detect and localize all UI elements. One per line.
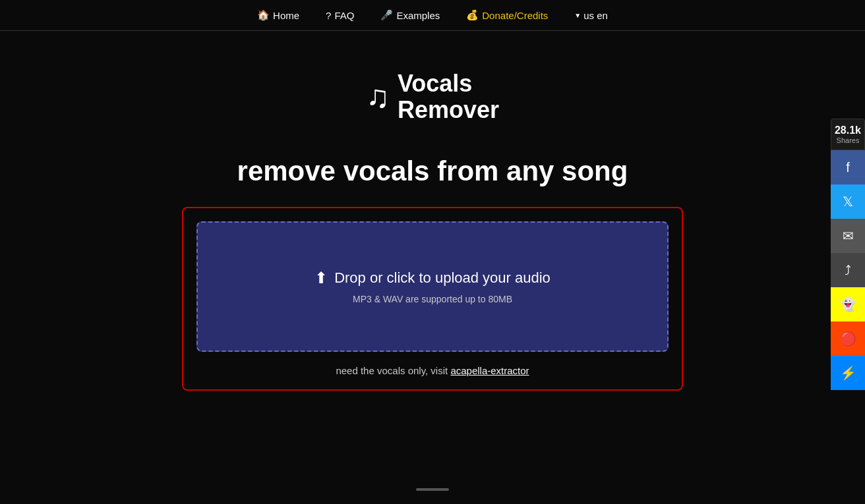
nav-home-label: Home: [273, 10, 299, 21]
facebook-icon: f: [846, 160, 850, 175]
share-sidebar: 28.1k Shares f 𝕏 ✉ ⤴ 👻 🔴 ⚡: [831, 119, 865, 390]
faq-icon: ?: [326, 10, 331, 21]
nav-faq[interactable]: ? FAQ: [326, 10, 354, 21]
acapella-prefix: need the vocals only, visit: [336, 365, 450, 376]
snapchat-share-button[interactable]: 👻: [831, 287, 865, 322]
nav-donate-label: Donate/Credits: [482, 10, 548, 21]
logo-line1: Vocals: [398, 70, 499, 97]
upload-outer-container: ⬆ Drop or click to upload your audio MP3…: [182, 207, 683, 391]
logo-music-icon: ♫: [366, 78, 390, 115]
coin-icon: 💰: [466, 9, 479, 21]
share-icon: ⤴: [845, 263, 851, 278]
home-icon: 🏠: [257, 9, 270, 21]
scroll-indicator: [416, 488, 449, 491]
messenger-icon: ⚡: [840, 365, 856, 381]
share-count-box: 28.1k Shares: [831, 119, 865, 150]
twitter-icon: 𝕏: [843, 194, 853, 210]
share-count-label: Shares: [834, 136, 862, 144]
nav-faq-label: FAQ: [334, 10, 354, 21]
nav-donate[interactable]: 💰 Donate/Credits: [466, 9, 548, 21]
reddit-icon: 🔴: [840, 331, 856, 347]
main-headline: remove vocals from any song: [237, 155, 628, 187]
email-icon: ✉: [843, 228, 854, 244]
snapchat-icon: 👻: [840, 296, 856, 312]
email-share-button[interactable]: ✉: [831, 219, 865, 253]
arrow-down-icon: ▼: [574, 12, 581, 19]
acapella-text: need the vocals only, visit acapella-ext…: [196, 365, 669, 376]
main-navigation: 🏠 Home ? FAQ 🎤 Examples 💰 Donate/Credits…: [0, 0, 865, 31]
nav-examples-label: Examples: [396, 10, 440, 21]
messenger-share-button[interactable]: ⚡: [831, 356, 865, 390]
facebook-share-button[interactable]: f: [831, 150, 865, 184]
mic-icon: 🎤: [380, 9, 393, 21]
logo-text: Vocals Remover: [398, 70, 499, 123]
upload-main-text-container: ⬆ Drop or click to upload your audio: [314, 269, 551, 287]
upload-main-label: Drop or click to upload your audio: [334, 269, 551, 287]
reddit-share-button[interactable]: 🔴: [831, 322, 865, 356]
main-content: ♫ Vocals Remover remove vocals from any …: [0, 31, 865, 391]
upload-sub-text: MP3 & WAV are supported up to 80MB: [353, 294, 512, 304]
share-count-number: 28.1k: [834, 125, 862, 136]
twitter-share-button[interactable]: 𝕏: [831, 184, 865, 219]
upload-icon: ⬆: [314, 269, 328, 287]
generic-share-button[interactable]: ⤴: [831, 253, 865, 287]
nav-home[interactable]: 🏠 Home: [257, 9, 299, 21]
logo-line2: Remover: [398, 97, 499, 123]
logo-area: ♫ Vocals Remover: [366, 70, 499, 123]
upload-drop-zone[interactable]: ⬆ Drop or click to upload your audio MP3…: [196, 221, 669, 352]
language-selector[interactable]: ▼ us en: [574, 10, 608, 21]
language-label: us en: [583, 10, 608, 21]
nav-examples[interactable]: 🎤 Examples: [380, 9, 440, 21]
acapella-link[interactable]: acapella-extractor: [450, 365, 529, 376]
